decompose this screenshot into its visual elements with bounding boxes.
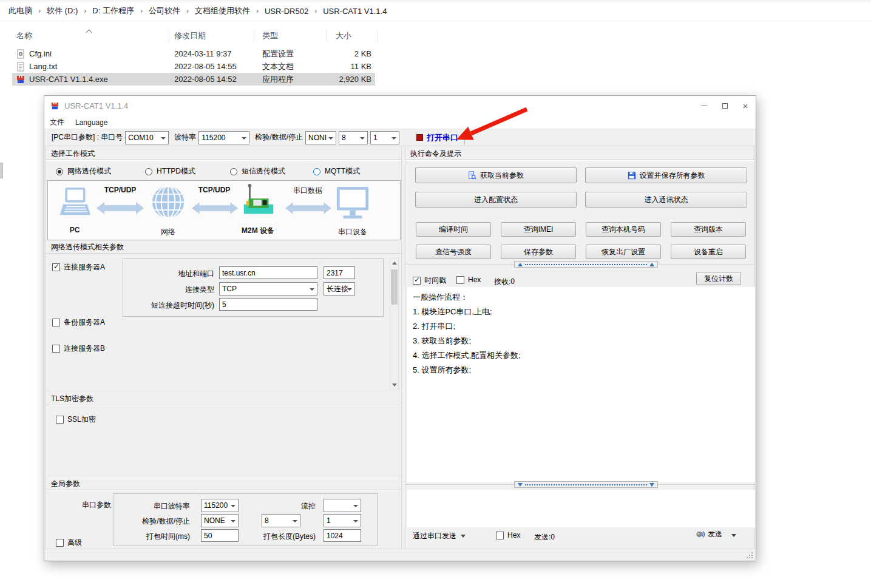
get-params-button[interactable]: 获取当前参数	[415, 167, 577, 183]
checkbox-timestamp[interactable]: 时间戳	[413, 275, 446, 286]
open-port-link[interactable]: 打开串口	[427, 132, 458, 143]
receive-log[interactable]: 一般操作流程： 1. 模块连PC串口,上电; 2. 打开串口; 3. 获取当前参…	[407, 287, 755, 482]
breadcrumb-item-usr-dr502[interactable]: USR-DR502	[262, 5, 311, 18]
scroll-down-icon[interactable]	[392, 384, 397, 387]
collapse-up-icon	[518, 263, 523, 266]
serial-stopbits-select[interactable]: 1	[324, 514, 361, 527]
timeout-input[interactable]: 5	[219, 298, 317, 311]
column-divider[interactable]	[169, 29, 169, 42]
breadcrumb-item-docs[interactable]: 文档组使用软件	[192, 4, 252, 18]
checkbox-icon	[56, 416, 64, 424]
file-type: 配置设置	[262, 47, 294, 60]
checkbox-ssl[interactable]: SSL加密	[56, 414, 96, 425]
breadcrumb-item-work[interactable]: D: 工作程序	[90, 4, 137, 18]
menu-bar: 文件 Language	[44, 116, 756, 129]
title-bar[interactable]: USR-CAT1 V1.1.4 ×	[44, 96, 756, 116]
maximize-button[interactable]	[714, 96, 735, 116]
query-number-button[interactable]: 查询本机号码	[586, 222, 661, 237]
databits-select[interactable]: 8	[339, 131, 368, 144]
section-global: 全局参数	[46, 478, 401, 490]
column-header-size[interactable]: 大小	[336, 30, 351, 41]
server-port-input[interactable]: 2317	[324, 266, 355, 279]
enter-config-button[interactable]: 进入配置状态	[415, 192, 577, 208]
speaker-icon	[696, 530, 705, 539]
conn-type-select[interactable]: TCP	[219, 282, 317, 296]
pack-time-input[interactable]: 50	[201, 529, 239, 542]
reset-counter-button[interactable]: 复位计数	[696, 272, 741, 285]
menu-language[interactable]: Language	[70, 117, 113, 128]
minimize-button[interactable]	[694, 96, 714, 116]
radio-label: MQTT模式	[325, 166, 360, 177]
column-header-date[interactable]: 修改日期	[174, 30, 206, 41]
column-divider[interactable]	[378, 29, 378, 42]
breadcrumb-item-company[interactable]: 公司软件	[146, 4, 183, 18]
send-options-arrow-icon[interactable]	[731, 534, 736, 537]
enter-comm-button[interactable]: 进入通讯状态	[585, 192, 747, 208]
file-row-usr-cat1-exe[interactable]: USR-CAT1 V1.1.4.exe 2022-08-05 14:52 应用程…	[12, 73, 375, 86]
checkbox-advanced[interactable]: 高级	[56, 538, 82, 548]
file-row-lang-txt[interactable]: Lang.txt 2022-08-05 14:55 文本文档 11 KB	[12, 60, 375, 73]
checkbox-server-a[interactable]: 连接服务器A	[52, 262, 105, 272]
radio-net-passthrough[interactable]: 网络透传模式	[56, 166, 111, 177]
log-splitter-handle[interactable]	[514, 261, 658, 268]
factory-reset-button[interactable]: 恢复出厂设置	[586, 245, 661, 259]
file-size: 2,920 KB	[327, 73, 371, 86]
menu-file[interactable]: 文件	[44, 116, 70, 129]
serial-databits-value: 8	[265, 516, 269, 525]
breadcrumb-item-usr-cat1[interactable]: USR-CAT1 V1.1.4	[320, 5, 389, 18]
server-a-box: 地址和端口 test.usr.cn 2317 连接类型 TCP 长连接 短连接超…	[123, 259, 384, 317]
serial-baud-select[interactable]: 115200	[201, 499, 239, 512]
radio-icon	[230, 168, 237, 175]
query-version-button[interactable]: 查询版本	[671, 222, 746, 237]
close-button[interactable]: ×	[735, 96, 756, 116]
set-save-params-button[interactable]: 设置并保存所有参数	[585, 167, 747, 183]
save-params-button[interactable]: 保存参数	[501, 245, 576, 259]
stopbits-select[interactable]: 1	[370, 131, 399, 144]
pack-len-label: 打包长度(Bytes)	[255, 532, 316, 542]
radio-sms-passthrough[interactable]: 短信透传模式	[230, 166, 285, 177]
query-imei-button[interactable]: 查询IMEI	[501, 222, 576, 237]
parity-select[interactable]: NONI	[305, 131, 336, 144]
compile-time-button[interactable]: 编译时间	[416, 222, 491, 237]
column-header-type[interactable]: 类型	[262, 30, 278, 41]
maximize-icon	[722, 103, 728, 109]
pack-len-input[interactable]: 1024	[324, 529, 361, 542]
checkbox-hex-send[interactable]: Hex	[496, 531, 520, 539]
params-scrollbar[interactable]	[390, 258, 399, 390]
com-port-value: COM10	[128, 133, 153, 142]
file-row-cfg-ini[interactable]: Cfg.ini 2024-03-11 9:37 配置设置 2 KB	[12, 47, 375, 60]
desktop: 此电脑 › 软件 (D:) › D: 工作程序 › 公司软件 › 文档组使用软件…	[0, 0, 871, 588]
signal-strength-button[interactable]: 查信号强度	[416, 245, 491, 259]
checkbox-backup-server-a[interactable]: 备份服务器A	[52, 317, 105, 328]
checkbox-server-b[interactable]: 连接服务器B	[52, 343, 105, 354]
radio-mqtt[interactable]: MQTT模式	[313, 166, 360, 177]
collapse-down-icon	[518, 483, 523, 487]
scrollbar-thumb[interactable]	[391, 269, 398, 305]
scroll-up-icon[interactable]	[392, 262, 397, 265]
send-splitter-handle[interactable]	[514, 481, 658, 488]
resize-grip-icon[interactable]	[746, 552, 753, 559]
send-input[interactable]	[407, 490, 755, 527]
flow-select[interactable]	[324, 499, 361, 512]
conn-mode-select[interactable]: 长连接	[324, 282, 355, 296]
baud-select[interactable]: 115200	[198, 131, 249, 144]
server-address-input[interactable]: test.usr.cn	[219, 266, 317, 279]
splitter-dots	[525, 484, 647, 485]
column-divider[interactable]	[327, 29, 327, 42]
breadcrumb-item-this-pc[interactable]: 此电脑	[6, 4, 35, 18]
checkbox-hex-recv[interactable]: Hex	[456, 275, 481, 284]
breadcrumb-item-drive[interactable]: 软件 (D:)	[44, 4, 80, 18]
send-button[interactable]: 发送	[696, 529, 722, 539]
column-header-name[interactable]: 名称	[16, 30, 32, 41]
com-port-select[interactable]: COM10	[125, 131, 169, 144]
background-scrollbar-fragment[interactable]	[0, 163, 3, 178]
send-via-dropdown[interactable]: 通过串口发送	[413, 531, 466, 541]
node-label-network: 网络	[151, 227, 185, 237]
column-divider[interactable]	[254, 29, 254, 42]
serial-parity-select[interactable]: NONE	[201, 514, 239, 527]
button-label: 查询本机号码	[602, 225, 645, 235]
file-type: 文本文档	[262, 60, 294, 73]
device-restart-button[interactable]: 设备重启	[671, 245, 746, 259]
serial-databits-select[interactable]: 8	[262, 514, 300, 527]
radio-httpd[interactable]: HTTPD模式	[145, 166, 195, 177]
